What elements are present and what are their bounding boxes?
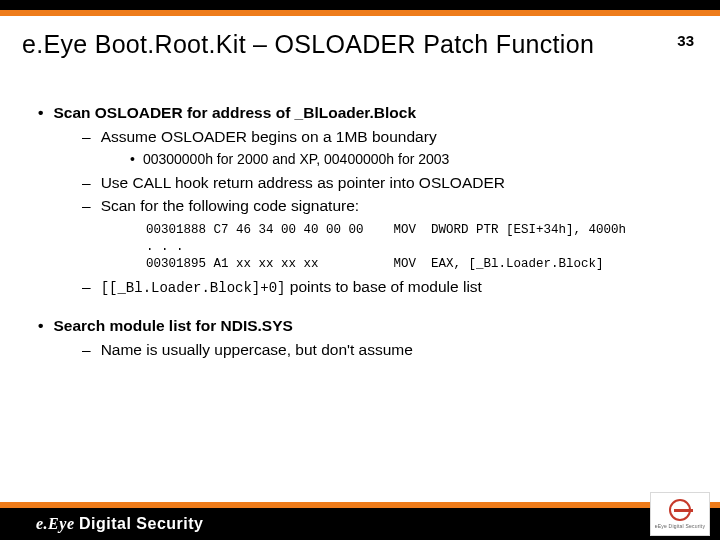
- bullet-level2: Assume OSLOADER begins on a 1MB boundary: [82, 127, 682, 147]
- bullet-text: Use CALL hook return address as pointer …: [82, 174, 505, 191]
- footer-wrap: e.Eye Digital Security eEye Digital Secu…: [0, 502, 720, 540]
- bullet-dash: [82, 278, 101, 295]
- bullet-level2: Scan for the following code signature:: [82, 196, 682, 216]
- bullet-level2: [[_Bl.Loader.Block]+0] points to base of…: [82, 277, 682, 298]
- inline-code: [[_Bl.Loader.Block]+0]: [101, 280, 286, 296]
- slide-number: 33: [677, 32, 694, 49]
- bullet-text: Search module list for NDIS.SYS: [38, 317, 293, 334]
- brand-text: e.Eye Digital Security: [36, 515, 203, 533]
- slide-title: e.Eye Boot.Root.Kit – OSLOADER Patch Fun…: [22, 30, 677, 59]
- logo-box: eEye Digital Security: [650, 492, 710, 536]
- bullet-level3: 00300000h for 2000 and XP, 00400000h for…: [130, 151, 682, 169]
- code-signature-block: 00301888 C7 46 34 00 40 00 00 MOV DWORD …: [146, 222, 682, 273]
- bullet-level1: Scan OSLOADER for address of _BlLoader.B…: [38, 103, 682, 123]
- logo-caption: eEye Digital Security: [655, 523, 705, 529]
- bullet-text: points to base of module list: [285, 278, 481, 295]
- header-row: e.Eye Boot.Root.Kit – OSLOADER Patch Fun…: [0, 16, 720, 59]
- brand-rest: Digital Security: [79, 515, 203, 532]
- bullet-text: Scan OSLOADER for address of _BlLoader.B…: [38, 104, 416, 121]
- eeye-logo-icon: [669, 499, 691, 521]
- bullet-text: Assume OSLOADER begins on a 1MB boundary: [82, 128, 437, 145]
- spacer: [38, 298, 682, 316]
- bullet-text: Name is usually uppercase, but don't ass…: [82, 341, 413, 358]
- bullet-text: Scan for the following code signature:: [82, 197, 359, 214]
- content-area: Scan OSLOADER for address of _BlLoader.B…: [0, 59, 720, 359]
- brand-italic: e.Eye: [36, 515, 79, 532]
- bullet-text: 00300000h for 2000 and XP, 00400000h for…: [130, 151, 449, 167]
- bullet-level2: Use CALL hook return address as pointer …: [82, 173, 682, 193]
- top-black-bar: [0, 0, 720, 10]
- bullet-level1: Search module list for NDIS.SYS: [38, 316, 682, 336]
- bullet-level2: Name is usually uppercase, but don't ass…: [82, 340, 682, 360]
- bottom-black-bar: e.Eye Digital Security eEye Digital Secu…: [0, 508, 720, 540]
